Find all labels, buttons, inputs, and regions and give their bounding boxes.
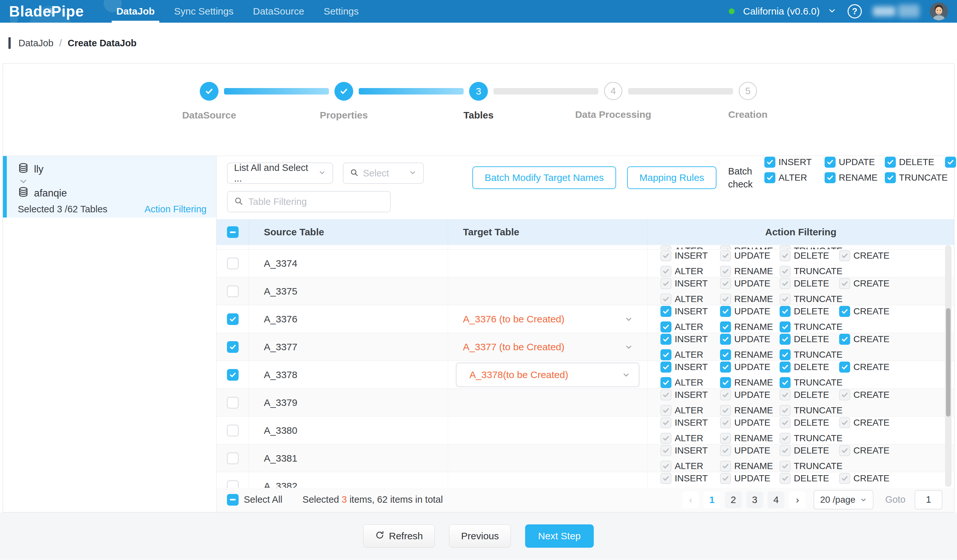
action-option-create[interactable]: CREATE [945,157,957,168]
checked-checkbox[interactable] [824,172,835,183]
action-option-delete[interactable]: DELETE [885,157,945,168]
select-all-header-checkbox[interactable] [227,226,238,238]
action-option-truncate[interactable]: TRUNCATE [780,322,839,333]
checked-checkbox[interactable] [885,157,896,168]
checked-checkbox[interactable] [780,377,791,388]
checked-checkbox[interactable] [824,157,835,168]
help-icon[interactable]: ? [848,4,862,19]
unchecked-checkbox[interactable] [227,258,238,269]
checked-checkbox[interactable] [764,157,775,168]
checked-checkbox[interactable] [720,322,731,333]
schema-select[interactable]: Select [343,162,424,184]
breadcrumb-parent[interactable]: DataJob [19,38,54,49]
action-option-alter[interactable]: ALTER [660,349,720,360]
action-option-create[interactable]: CREATE [839,334,899,345]
region-selector[interactable]: California (v0.6.0) [743,6,820,17]
checked-checkbox[interactable] [660,349,671,360]
table-filter-input[interactable] [248,197,384,207]
checked-checkbox[interactable] [720,334,731,345]
goto-page-input[interactable] [914,490,943,510]
action-option-update[interactable]: UPDATE [824,157,885,168]
action-option-alter[interactable]: ALTER [660,377,720,388]
checked-checkbox[interactable] [720,349,731,360]
target-table-select[interactable]: A_3378(to be Created) [456,363,640,387]
action-option-rename[interactable]: RENAME [720,377,780,388]
action-option-update[interactable]: UPDATE [720,306,780,317]
page-button-2[interactable]: 2 [725,491,742,508]
refresh-button[interactable]: Refresh [363,524,435,548]
target-table-select[interactable]: A_3376 (to be Created) [448,314,647,325]
list-mode-select[interactable]: List All and Select ... [227,162,333,184]
checked-checkbox[interactable] [720,306,731,317]
next-page-button[interactable]: › [789,491,806,508]
checked-checkbox[interactable] [764,172,775,183]
checked-checkbox[interactable] [660,334,671,345]
action-option-rename[interactable]: RENAME [824,172,885,183]
checked-checkbox[interactable] [227,341,238,353]
next-step-button[interactable]: Next Step [525,524,594,548]
page-button-1[interactable]: 1 [703,491,720,508]
action-option-update[interactable]: UPDATE [720,361,780,372]
prev-page-button[interactable]: ‹ [682,491,699,508]
action-option-truncate[interactable]: TRUNCATE [780,349,839,360]
action-option-alter[interactable]: ALTER [764,172,824,183]
page-size-select[interactable]: 20 /page [813,490,873,510]
checked-checkbox[interactable] [780,306,791,317]
checked-checkbox[interactable] [720,377,731,388]
scrollbar-thumb[interactable] [946,308,951,416]
action-option-truncate[interactable]: TRUNCATE [780,377,839,388]
table-filter-search[interactable] [227,191,391,212]
checked-checkbox[interactable] [780,322,791,333]
select-all-checkbox[interactable] [227,494,238,506]
checked-checkbox[interactable] [780,361,791,372]
checked-checkbox[interactable] [885,172,896,183]
action-option-delete[interactable]: DELETE [780,334,839,345]
action-option-update[interactable]: UPDATE [720,334,780,345]
checked-checkbox[interactable] [720,361,731,372]
action-option-alter[interactable]: ALTER [660,322,720,333]
page-button-3[interactable]: 3 [746,491,763,508]
action-option-create[interactable]: CREATE [839,306,899,317]
chevron-down-icon[interactable] [828,7,836,16]
action-option-create[interactable]: CREATE [839,361,899,372]
checked-checkbox[interactable] [839,306,850,317]
checked-checkbox[interactable] [780,349,791,360]
nav-item-settings[interactable]: Settings [314,0,368,23]
action-option-delete[interactable]: DELETE [780,306,839,317]
action-option-insert[interactable]: INSERT [660,334,720,345]
nav-item-sync-settings[interactable]: Sync Settings [164,0,243,23]
action-option-delete[interactable]: DELETE [780,361,839,372]
checked-checkbox[interactable] [839,334,850,345]
previous-button[interactable]: Previous [449,524,511,548]
action-option-rename[interactable]: RENAME [720,349,780,360]
page-button-4[interactable]: 4 [767,491,785,508]
checked-checkbox[interactable] [227,369,238,381]
checked-checkbox[interactable] [780,334,791,345]
unchecked-checkbox[interactable] [227,453,238,464]
unchecked-checkbox[interactable] [227,425,238,436]
action-option-insert[interactable]: INSERT [764,157,824,168]
action-option-truncate[interactable]: TRUNCATE [885,172,945,183]
mapping-rules-button[interactable]: Mapping Rules [627,166,717,189]
checked-checkbox[interactable] [227,313,238,325]
action-option-insert[interactable]: INSERT [660,361,720,372]
avatar[interactable] [930,2,948,21]
nav-item-datasource[interactable]: DataSource [243,0,314,23]
action-filtering-link[interactable]: Action Filtering [144,204,208,215]
unchecked-checkbox[interactable] [227,480,238,488]
unchecked-checkbox[interactable] [227,286,238,297]
checked-checkbox[interactable] [660,306,671,317]
selected-database-pair[interactable]: lly afanqie Selected 3 /62 Tables Action… [3,156,216,218]
checked-checkbox[interactable] [945,157,956,168]
checked-checkbox[interactable] [839,361,850,372]
unchecked-checkbox[interactable] [227,397,238,409]
action-option-rename[interactable]: RENAME [720,322,780,333]
checked-checkbox[interactable] [660,361,671,372]
target-table-select[interactable]: A_3377 (to be Created) [448,341,647,352]
checked-checkbox[interactable] [660,377,671,388]
batch-modify-target-names-button[interactable]: Batch Modify Target Names [472,166,616,189]
action-option-insert[interactable]: INSERT [660,306,720,317]
checked-checkbox[interactable] [660,322,671,333]
nav-item-datajob[interactable]: DataJob [106,0,164,23]
table-scrollbar[interactable] [945,245,952,487]
